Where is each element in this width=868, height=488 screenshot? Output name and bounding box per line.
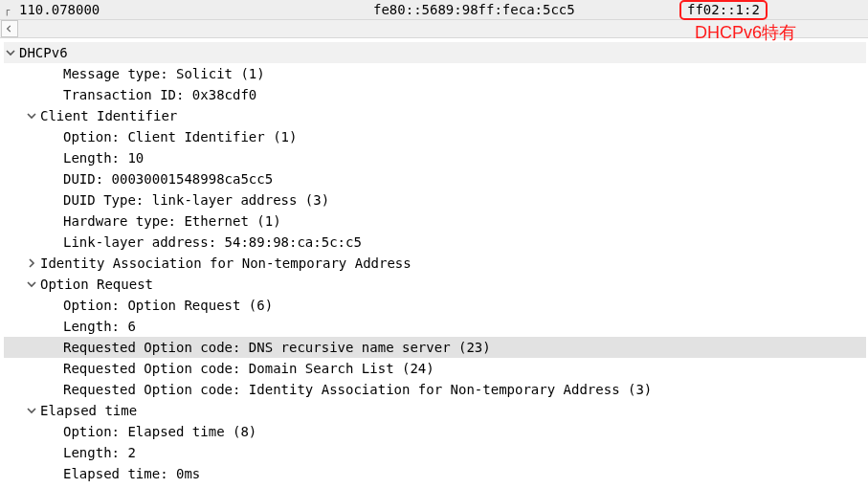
tree-label: DHCPv6: [19, 45, 68, 60]
tree-leaf-or-code-iana[interactable]: Requested Option code: Identity Associat…: [4, 379, 866, 400]
tree-label: Option: Option Request (6): [63, 298, 273, 313]
tree-node-option-request[interactable]: Option Request: [4, 274, 866, 295]
tree-leaf-or-code-domain[interactable]: Requested Option code: Domain Search Lis…: [4, 358, 866, 379]
tree-leaf-or-code-dns[interactable]: Requested Option code: DNS recursive nam…: [4, 337, 866, 358]
tree-leaf-ci-length[interactable]: Length: 10: [4, 147, 866, 168]
tree-label: Link-layer address: 54:89:98:ca:5c:c5: [63, 234, 362, 250]
chevron-down-icon: [25, 404, 38, 417]
tree-label: Hardware type: Ethernet (1): [63, 213, 281, 229]
tree-label: Transaction ID: 0x38cdf0: [63, 87, 256, 102]
row-marker-icon: ┌: [4, 5, 19, 15]
tree-label: Requested Option code: Domain Search Lis…: [63, 361, 434, 376]
tree-label: Identity Association for Non-temporary A…: [40, 255, 412, 271]
tree-node-dhcpv6[interactable]: DHCPv6: [4, 42, 866, 63]
tree-label: Client Identifier: [40, 108, 177, 123]
chevron-down-icon: [25, 109, 38, 122]
tree-leaf-or-option[interactable]: Option: Option Request (6): [4, 295, 866, 316]
horizontal-scrollbar[interactable]: [0, 20, 868, 38]
packet-list-row[interactable]: ┌ 110.078000 fe80::5689:98ff:feca:5cc5 f…: [0, 0, 868, 20]
tree-node-elapsed-time[interactable]: Elapsed time: [4, 400, 866, 421]
tree-label: Length: 10: [63, 150, 144, 166]
tree-label: Message type: Solicit (1): [63, 66, 265, 81]
chevron-down-icon: [4, 46, 17, 59]
packet-details-tree[interactable]: DHCPv6 Message type: Solicit (1) Transac…: [0, 38, 868, 484]
tree-label: Requested Option code: DNS recursive nam…: [63, 340, 491, 355]
tree-label: DUID Type: link-layer address (3): [63, 192, 329, 208]
tree-leaf-et-option[interactable]: Option: Elapsed time (8): [4, 421, 866, 442]
tree-leaf-or-length[interactable]: Length: 6: [4, 316, 866, 337]
tree-node-iana[interactable]: Identity Association for Non-temporary A…: [4, 253, 866, 274]
column-destination-container: ff02::1:2: [679, 0, 768, 20]
tree-label: Requested Option code: Identity Associat…: [63, 382, 652, 397]
tree-label: Option: Client Identifier (1): [63, 129, 297, 144]
tree-leaf-ci-hw-type[interactable]: Hardware type: Ethernet (1): [4, 211, 866, 232]
tree-label: Length: 2: [63, 445, 136, 460]
chevron-right-icon: [25, 256, 38, 270]
column-time: 110.078000: [19, 2, 373, 17]
tree-leaf-ci-option[interactable]: Option: Client Identifier (1): [4, 126, 866, 147]
tree-label: Option: Elapsed time (8): [63, 424, 256, 439]
column-destination-highlight: ff02::1:2: [679, 0, 768, 20]
tree-node-client-identifier[interactable]: Client Identifier: [4, 105, 866, 126]
tree-leaf-ci-duid-type[interactable]: DUID Type: link-layer address (3): [4, 189, 866, 211]
chevron-down-icon: [25, 277, 38, 291]
tree-label: Elapsed time: 0ms: [63, 466, 200, 481]
tree-leaf-transaction-id[interactable]: Transaction ID: 0x38cdf0: [4, 84, 866, 105]
tree-label: Option Request: [40, 277, 153, 292]
scrollbar-left-button[interactable]: [1, 20, 18, 37]
tree-label: DUID: 00030001548998ca5cc5: [63, 171, 273, 187]
column-source: fe80::5689:98ff:feca:5cc5: [373, 2, 679, 17]
tree-label: Elapsed time: [40, 403, 137, 418]
tree-leaf-message-type[interactable]: Message type: Solicit (1): [4, 63, 866, 84]
tree-leaf-ci-ll-addr[interactable]: Link-layer address: 54:89:98:ca:5c:c5: [4, 232, 866, 253]
tree-leaf-et-length[interactable]: Length: 2: [4, 442, 866, 463]
tree-leaf-ci-duid[interactable]: DUID: 00030001548998ca5cc5: [4, 168, 866, 189]
tree-leaf-et-time[interactable]: Elapsed time: 0ms: [4, 463, 866, 484]
tree-label: Length: 6: [63, 319, 136, 334]
